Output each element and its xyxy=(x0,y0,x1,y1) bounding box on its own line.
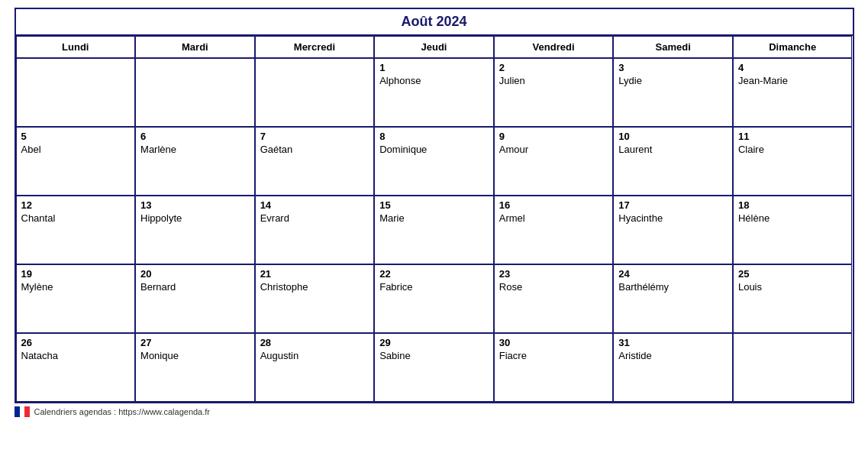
day-number: 11 xyxy=(738,131,749,142)
day-number: 20 xyxy=(140,268,151,280)
day-number: 19 xyxy=(21,268,32,280)
day-cell: 12Chantal xyxy=(16,196,136,264)
day-cell: 3Lydie xyxy=(613,58,733,127)
calendar-title: Août 2024 xyxy=(16,9,853,36)
day-number: 21 xyxy=(260,268,271,280)
day-cell: 11Claire xyxy=(733,127,853,196)
day-saint-name: Augustin xyxy=(260,350,299,361)
footer: Calendriers agendas : https://www.calage… xyxy=(15,406,854,417)
day-number: 26 xyxy=(21,337,32,348)
day-saint-name: Louis xyxy=(738,281,762,293)
day-saint-name: Hélène xyxy=(738,212,770,224)
day-saint-name: Fiacre xyxy=(499,350,527,361)
day-saint-name: Evrard xyxy=(260,212,289,224)
day-saint-name: Sabine xyxy=(379,350,410,361)
day-cell xyxy=(255,58,375,127)
day-saint-name: Marie xyxy=(379,212,405,224)
day-cell xyxy=(733,333,853,402)
day-header: Jeudi xyxy=(374,36,494,58)
day-header: Samedi xyxy=(613,36,733,58)
day-cell: 24Barthélémy xyxy=(613,264,733,333)
day-saint-name: Hyacinthe xyxy=(618,212,663,224)
day-number: 2 xyxy=(499,62,505,73)
day-saint-name: Hippolyte xyxy=(140,212,182,224)
day-cell: 18Hélène xyxy=(733,196,853,264)
day-number: 24 xyxy=(618,268,629,280)
day-saint-name: Barthélémy xyxy=(618,281,669,293)
day-number: 31 xyxy=(618,337,629,348)
day-header: Dimanche xyxy=(733,36,853,58)
day-cell: 28Augustin xyxy=(255,333,375,402)
day-cell: 2Julien xyxy=(494,58,614,127)
day-cell: 23Rose xyxy=(494,264,614,333)
day-saint-name: Chantal xyxy=(21,212,56,224)
day-cell: 1Alphonse xyxy=(374,58,494,127)
day-cell: 9Amour xyxy=(494,127,614,196)
day-number: 1 xyxy=(379,62,385,73)
day-cell: 16Armel xyxy=(494,196,614,264)
svg-rect-1 xyxy=(20,406,24,417)
day-cell: 14Evrard xyxy=(255,196,375,264)
day-cell: 21Christophe xyxy=(255,264,375,333)
day-cell: 25Louis xyxy=(733,264,853,333)
day-number: 27 xyxy=(140,337,151,348)
day-saint-name: Marlène xyxy=(140,144,176,155)
day-cell: 6Marlène xyxy=(135,127,255,196)
day-cell: 30Fiacre xyxy=(494,333,614,402)
day-cell: 26Natacha xyxy=(16,333,136,402)
day-saint-name: Laurent xyxy=(618,144,652,155)
day-saint-name: Aristide xyxy=(618,350,651,361)
day-cell xyxy=(135,58,255,127)
day-header: Vendredi xyxy=(494,36,614,58)
day-number: 22 xyxy=(379,268,390,280)
day-cell: 13Hippolyte xyxy=(135,196,255,264)
day-saint-name: Armel xyxy=(499,212,525,224)
day-saint-name: Alphonse xyxy=(379,75,421,86)
day-number: 25 xyxy=(738,268,749,280)
day-cell: 31Aristide xyxy=(613,333,733,402)
day-number: 9 xyxy=(499,131,505,142)
day-number: 8 xyxy=(379,131,385,142)
day-number: 4 xyxy=(738,62,744,73)
day-saint-name: Rose xyxy=(499,281,522,293)
svg-rect-0 xyxy=(15,406,20,417)
day-header: Lundi xyxy=(16,36,136,58)
day-saint-name: Lydie xyxy=(618,75,642,86)
day-number: 10 xyxy=(618,131,629,142)
day-number: 3 xyxy=(618,62,624,73)
day-cell: 20Bernard xyxy=(135,264,255,333)
footer-text: Calendriers agendas : https://www.calage… xyxy=(34,407,211,416)
day-cell: 15Marie xyxy=(374,196,494,264)
day-saint-name: Jean-Marie xyxy=(738,75,788,86)
day-saint-name: Mylène xyxy=(21,281,53,293)
day-cell: 27Monique xyxy=(135,333,255,402)
day-cell: 19Mylène xyxy=(16,264,136,333)
day-cell xyxy=(16,58,136,127)
day-cell: 7Gaétan xyxy=(255,127,375,196)
day-number: 28 xyxy=(260,337,271,348)
calendar-grid: LundiMardiMercrediJeudiVendrediSamediDim… xyxy=(16,36,853,402)
calendar: Août 2024 LundiMardiMercrediJeudiVendred… xyxy=(15,8,854,403)
day-number: 6 xyxy=(140,131,146,142)
day-number: 14 xyxy=(260,199,271,211)
day-number: 7 xyxy=(260,131,266,142)
day-number: 30 xyxy=(499,337,510,348)
day-saint-name: Dominique xyxy=(379,144,427,155)
day-number: 17 xyxy=(618,199,629,211)
svg-rect-2 xyxy=(24,406,30,417)
day-number: 5 xyxy=(21,131,27,142)
flag-icon xyxy=(15,406,30,417)
day-header: Mardi xyxy=(135,36,255,58)
day-saint-name: Claire xyxy=(738,144,764,155)
day-saint-name: Bernard xyxy=(140,281,176,293)
day-cell: 4Jean-Marie xyxy=(733,58,853,127)
day-cell: 22Fabrice xyxy=(374,264,494,333)
day-saint-name: Fabrice xyxy=(379,281,412,293)
day-saint-name: Julien xyxy=(499,75,525,86)
day-header: Mercredi xyxy=(255,36,375,58)
day-number: 15 xyxy=(379,199,390,211)
day-number: 29 xyxy=(379,337,390,348)
day-saint-name: Abel xyxy=(21,144,41,155)
day-cell: 29Sabine xyxy=(374,333,494,402)
day-number: 18 xyxy=(738,199,749,211)
